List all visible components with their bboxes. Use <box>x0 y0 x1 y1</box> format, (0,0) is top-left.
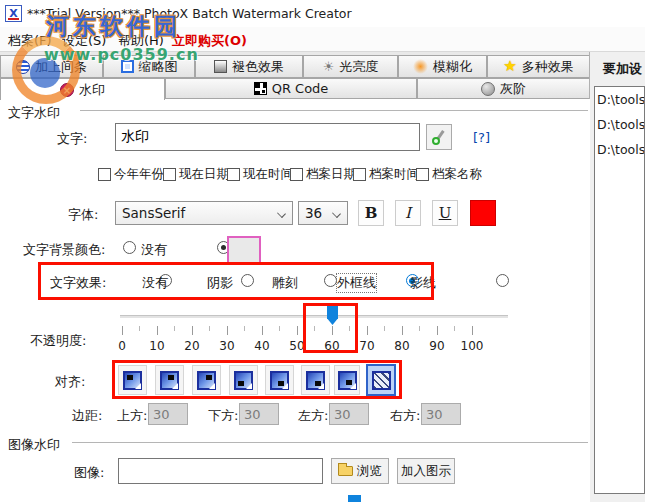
tab-qr-code[interactable]: QR Code <box>165 78 417 99</box>
align-button-bottom-center[interactable] <box>265 365 294 395</box>
margin-right-label: 右方: <box>390 407 420 425</box>
font-size-select[interactable]: 36 <box>298 201 348 225</box>
align-button-top-center[interactable] <box>155 365 184 395</box>
effect-none-label: 没有 <box>142 274 168 292</box>
file-list[interactable]: D:\tools D:\tools D:\tools <box>594 86 645 494</box>
grayscale-icon <box>481 82 495 96</box>
pencil-icon <box>431 129 447 145</box>
margin-left-label: 左方: <box>298 407 328 425</box>
image-path-input[interactable] <box>118 458 323 484</box>
align-button-bottom-left[interactable] <box>229 365 258 395</box>
margin-right-input[interactable] <box>421 403 461 425</box>
tick-label: 50 <box>282 339 312 353</box>
checkbox[interactable] <box>227 168 240 181</box>
margin-top-input[interactable] <box>148 403 188 425</box>
align-top-left-icon <box>123 371 142 390</box>
opacity-label: 不透明度: <box>30 332 86 350</box>
italic-button[interactable]: I <box>395 200 421 226</box>
font-color-swatch[interactable] <box>470 200 496 226</box>
underline-button[interactable]: U <box>432 200 458 226</box>
effect-outline-label: 外框线 <box>337 274 376 292</box>
checkbox-file-name[interactable]: 档案名称 <box>416 166 482 183</box>
align-button-bottom-right[interactable] <box>301 365 330 395</box>
app-icon: X <box>5 5 22 22</box>
tick-label: 100 <box>457 339 487 353</box>
menu-buy-now[interactable]: 立即购买(O) <box>172 32 247 50</box>
menu-file[interactable]: 档案(F) <box>8 32 52 50</box>
checkbox[interactable] <box>416 168 429 181</box>
checkbox-current-date[interactable]: 现在日期 <box>163 166 229 183</box>
effect-shadow-label: 阴影 <box>207 274 233 292</box>
tab-multi-effects[interactable]: ★ 多种效果 <box>487 55 590 78</box>
effect-hatch-radio[interactable] <box>496 274 509 287</box>
window-title: ***Trial Version*** PhotoX Batch Waterma… <box>27 6 352 21</box>
checkbox[interactable] <box>163 168 176 181</box>
menu-settings[interactable]: 设定(S) <box>62 32 106 50</box>
insert-token-button[interactable] <box>426 124 452 150</box>
checkbox-current-year[interactable]: 今年年份 <box>98 166 164 183</box>
watermark-text-input[interactable] <box>115 123 420 151</box>
browse-button[interactable]: 浏览 <box>331 458 389 484</box>
add-icon-button[interactable]: 加入图示 <box>397 458 455 484</box>
tick-label: 0 <box>107 339 137 353</box>
chevron-down-icon <box>332 209 341 218</box>
checkbox[interactable] <box>290 168 303 181</box>
image-opacity-slider-thumb[interactable] <box>348 495 361 502</box>
checkbox[interactable] <box>353 168 366 181</box>
effect-engrave-label: 雕刻 <box>272 274 298 292</box>
tab-label: 模糊化 <box>433 58 472 76</box>
group-divider <box>80 110 588 112</box>
align-center-icon <box>338 371 357 390</box>
folder-icon <box>338 466 353 476</box>
star-icon: ★ <box>503 59 516 74</box>
tab-label: 缩略图 <box>139 58 178 76</box>
margin-left-input[interactable] <box>329 403 369 425</box>
tick-label: 70 <box>352 339 382 353</box>
menu-help[interactable]: 帮助(H) <box>118 32 164 50</box>
font-family-select[interactable]: SansSerif <box>115 201 293 225</box>
photox-window: X ***Trial Version*** PhotoX Batch Water… <box>0 0 645 502</box>
align-bottom-left-icon <box>234 371 253 390</box>
tab-watermark[interactable]: × 水印 <box>0 78 165 100</box>
checkbox-file-time[interactable]: 档案时间 <box>353 166 419 183</box>
tab-brightness[interactable]: ☀ 光亮度 <box>303 55 398 78</box>
effect-engrave-radio[interactable] <box>324 274 337 287</box>
tab-label: 灰阶 <box>500 80 526 98</box>
list-item[interactable]: D:\tools <box>595 112 644 137</box>
help-link[interactable]: [?] <box>473 130 490 145</box>
tab-add-stripes[interactable]: 加上间条 <box>0 55 103 78</box>
tick-label: 60 <box>317 339 347 353</box>
bg-none-radio[interactable] <box>123 241 136 254</box>
tick-label: 40 <box>247 339 277 353</box>
brightness-icon: ☀ <box>323 60 335 73</box>
font-label: 字体: <box>68 206 98 224</box>
opacity-slider-track[interactable] <box>120 315 508 319</box>
align-button-top-left[interactable] <box>118 365 147 395</box>
text-label: 文字: <box>57 130 87 148</box>
tab-label: 水印 <box>79 81 105 99</box>
checkbox-current-time[interactable]: 现在时间 <box>227 166 293 183</box>
bg-none-label: 没有 <box>141 241 167 259</box>
tab-blur[interactable]: 模糊化 <box>398 55 487 78</box>
tab-grayscale[interactable]: 灰阶 <box>417 78 590 99</box>
bold-button[interactable]: B <box>358 200 384 226</box>
checkbox[interactable] <box>98 168 111 181</box>
tab-thumbnail[interactable]: 缩略图 <box>103 55 195 78</box>
watermark-icon: × <box>60 83 74 97</box>
margin-bottom-input[interactable] <box>239 403 279 425</box>
margin-bottom-label: 下方: <box>208 407 238 425</box>
tab-fade-effect[interactable]: 褪色效果 <box>195 55 303 78</box>
align-button-tile[interactable] <box>366 364 396 396</box>
qr-code-icon <box>254 82 267 95</box>
list-item[interactable]: D:\tools <box>595 87 644 112</box>
title-bar: X ***Trial Version*** PhotoX Batch Water… <box>0 0 645 27</box>
align-button-center[interactable] <box>334 365 360 395</box>
tick-label: 20 <box>177 339 207 353</box>
chevron-down-icon <box>277 209 286 218</box>
checkbox-file-date[interactable]: 档案日期 <box>290 166 356 183</box>
bg-color-swatch[interactable] <box>227 236 261 264</box>
text-effect-label: 文字效果: <box>50 274 106 292</box>
effect-hatch-label: 影线 <box>410 274 436 292</box>
align-button-top-right[interactable] <box>192 365 221 395</box>
list-item[interactable]: D:\tools <box>595 137 644 162</box>
